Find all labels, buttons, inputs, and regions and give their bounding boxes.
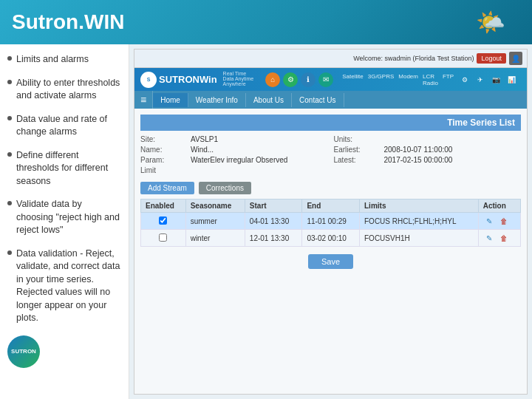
cloud-decoration-icon: 🌤️ bbox=[476, 8, 505, 36]
corrections-button[interactable]: Corrections bbox=[199, 182, 251, 194]
conn-lcr[interactable]: LCR Radio bbox=[423, 73, 438, 86]
form-fields: Site: AVSLP1 Units: Name: Wind... Earlie… bbox=[140, 135, 521, 174]
logout-button[interactable]: Logout bbox=[477, 53, 506, 64]
param-value: WaterElev irregular Observed bbox=[191, 156, 328, 164]
sutronwin-title: SUTRONWin bbox=[159, 74, 217, 85]
row-end-cell: 03-02 00:10 bbox=[302, 230, 360, 247]
list-item: Data validation - Reject, validate, and … bbox=[7, 248, 121, 325]
content-area: Time Series List Site: AVSLP1 Units: Nam… bbox=[134, 109, 527, 394]
camera-icon[interactable]: 📷 bbox=[489, 73, 502, 86]
table-row: summer 04-01 13:30 11-01 00:29 FOCUS RHC… bbox=[141, 213, 521, 230]
bullet-dot bbox=[7, 250, 12, 255]
hamburger-button[interactable]: ≡ bbox=[134, 91, 153, 109]
bullet-dot bbox=[7, 116, 12, 120]
nav-icons-group: ⌂ ⚙ ℹ ✉ bbox=[265, 72, 333, 87]
utility-icons: ⚙ ✈ 📷 📊 bbox=[458, 73, 521, 86]
table-header: Enabled Seasoname Start End Limits Actio… bbox=[141, 200, 521, 213]
conn-modem[interactable]: Modem bbox=[398, 73, 418, 86]
nav-home[interactable]: Home bbox=[153, 93, 188, 107]
col-seasoname: Seasoname bbox=[185, 200, 245, 213]
row-seasoname-cell: summer bbox=[185, 213, 245, 230]
save-area: Save bbox=[140, 251, 521, 272]
col-start: Start bbox=[245, 200, 302, 213]
sutron-logo-text: SUTRON bbox=[11, 348, 36, 355]
table-body: summer 04-01 13:30 11-01 00:29 FOCUS RHC… bbox=[141, 213, 521, 247]
conn-satellite[interactable]: Satellite bbox=[342, 73, 363, 86]
latest-label: Latest: bbox=[334, 156, 378, 164]
header-logo-area: 🌤️ bbox=[461, 3, 520, 41]
row-enabled-checkbox[interactable] bbox=[159, 216, 167, 225]
col-limits: Limits bbox=[360, 200, 479, 213]
home-nav-icon[interactable]: ⌂ bbox=[265, 72, 280, 87]
table-row: winter 12-01 13:30 03-02 00:10 FOCUSVH1H… bbox=[141, 230, 521, 247]
row-start-cell: 12-01 13:30 bbox=[245, 230, 302, 247]
app-header: Sutron.WIN 🌤️ bbox=[0, 0, 532, 44]
col-enabled: Enabled bbox=[141, 200, 186, 213]
row-action-cell: ✎ 🗑 bbox=[478, 230, 520, 247]
bullet-text: Data value and rate of change alarms bbox=[16, 113, 121, 139]
bullet-dot bbox=[7, 56, 12, 61]
contact-nav-icon[interactable]: ✉ bbox=[318, 72, 333, 87]
settings-icon[interactable]: ⚙ bbox=[458, 73, 471, 86]
bullet-dot bbox=[7, 201, 12, 205]
header-title: Sutron.WIN bbox=[12, 10, 124, 34]
edit-icon[interactable]: ✎ bbox=[483, 215, 495, 227]
row-action-cell: ✎ 🗑 bbox=[478, 213, 520, 230]
nav-about-us[interactable]: About Us bbox=[246, 93, 292, 107]
bullet-text: Define different thresholds for differen… bbox=[16, 149, 121, 188]
plane-icon[interactable]: ✈ bbox=[474, 73, 487, 86]
time-series-table: Enabled Seasoname Start End Limits Actio… bbox=[140, 199, 521, 247]
bullet-text: Ability to enter thresholds and activate… bbox=[16, 77, 121, 103]
welcome-text: Welcome: swadmin (Florida Test Station) bbox=[353, 55, 474, 62]
info-nav-icon[interactable]: ℹ bbox=[301, 72, 316, 87]
bullet-text: Validate data by choosing "reject high a… bbox=[16, 198, 121, 237]
row-limits-cell: FOCUS RHCL;FLHL;H;HYL bbox=[360, 213, 479, 230]
connection-types: Satellite 3G/GPRS Modem LCR Radio FTP bbox=[342, 73, 454, 86]
nav-contact-us[interactable]: Contact Us bbox=[292, 93, 344, 107]
add-stream-button[interactable]: Add Stream bbox=[140, 182, 194, 194]
row-start-cell: 04-01 13:30 bbox=[245, 213, 302, 230]
sutronwin-brand-bar: S SUTRONWin Real Time Data Anytime Anywh… bbox=[134, 68, 527, 91]
row-end-cell: 11-01 00:29 bbox=[302, 213, 360, 230]
site-label: Site: bbox=[140, 135, 185, 143]
delete-icon[interactable]: 🗑 bbox=[498, 215, 510, 227]
col-action: Action bbox=[478, 200, 520, 213]
list-item: Ability to enter thresholds and activate… bbox=[7, 77, 121, 103]
bullet-text: Limits and alarms bbox=[16, 53, 121, 66]
bullet-text: Data validation - Reject, validate, and … bbox=[16, 248, 121, 325]
chart-icon[interactable]: 📊 bbox=[505, 73, 518, 86]
sutron-badge: S bbox=[140, 72, 157, 88]
row-seasoname-cell: winter bbox=[185, 230, 245, 247]
left-panel: Limits and alarms Ability to enter thres… bbox=[0, 44, 129, 399]
edit-icon[interactable]: ✎ bbox=[483, 232, 495, 244]
earliest-value: 2008-10-07 11:00:00 bbox=[384, 146, 522, 154]
settings-nav-icon[interactable]: ⚙ bbox=[283, 72, 298, 87]
sutronwin-subtitle: Real Time Data Anytime Anywhere bbox=[223, 71, 256, 88]
bullet-dot bbox=[7, 80, 12, 84]
name-value: Wind... bbox=[191, 146, 328, 154]
name-label: Name: bbox=[140, 146, 185, 154]
app-frame: Welcome: swadmin (Florida Test Station) … bbox=[134, 49, 528, 395]
list-item: Validate data by choosing "reject high a… bbox=[7, 198, 121, 237]
user-icon: 👤 bbox=[509, 52, 522, 65]
list-item: Data value and rate of change alarms bbox=[7, 113, 121, 139]
save-button[interactable]: Save bbox=[308, 254, 353, 269]
earliest-label: Earliest: bbox=[334, 146, 378, 154]
col-end: End bbox=[302, 200, 360, 213]
delete-icon[interactable]: 🗑 bbox=[498, 232, 510, 244]
sutronwin-logo: S SUTRONWin bbox=[140, 72, 217, 88]
list-item: Limits and alarms bbox=[7, 53, 121, 66]
row-limits-cell: FOCUSVH1H bbox=[360, 230, 479, 247]
sensor-label: Limit bbox=[140, 166, 185, 174]
main-content: Limits and alarms Ability to enter thres… bbox=[0, 44, 532, 399]
site-value: AVSLP1 bbox=[191, 135, 328, 143]
sutron-logo: SUTRON bbox=[7, 335, 40, 368]
action-icons-group: ✎ 🗑 bbox=[483, 232, 516, 244]
nav-weather-info[interactable]: Weather Info bbox=[188, 93, 246, 107]
row-enabled-checkbox[interactable] bbox=[159, 233, 167, 242]
conn-ftp[interactable]: FTP bbox=[443, 73, 454, 86]
action-buttons: Add Stream Corrections bbox=[140, 182, 521, 194]
right-panel: Welcome: swadmin (Florida Test Station) … bbox=[129, 44, 532, 399]
conn-gprs[interactable]: 3G/GPRS bbox=[368, 73, 395, 86]
param-label: Param: bbox=[140, 156, 185, 164]
